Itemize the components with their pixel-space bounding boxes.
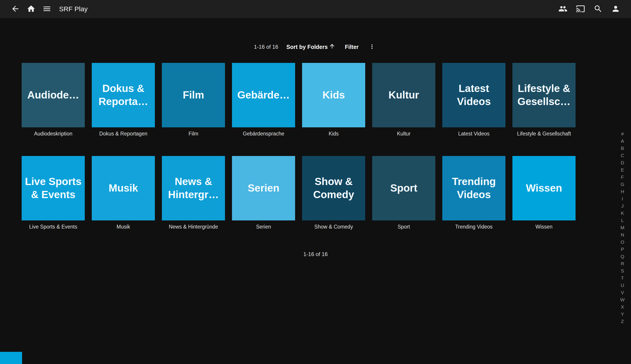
folder-card[interactable]: News & Hintergr… News & Hintergründe (162, 156, 225, 230)
folder-card[interactable]: Dokus & Reporta… Dokus & Reportagen (92, 63, 155, 137)
folder-tile: Serien (232, 156, 295, 220)
folder-tile: Show & Comedy (302, 156, 365, 220)
alphabet-letter[interactable]: Q (618, 253, 627, 260)
alphabet-letter[interactable]: J (618, 202, 627, 210)
folder-tile-label: Film (181, 88, 206, 102)
folder-caption: Audiodeskription (22, 130, 85, 137)
alphabet-letter[interactable]: O (618, 238, 627, 246)
folder-card[interactable]: Audiode… Audiodeskription (22, 63, 85, 137)
alphabet-letter[interactable]: T (618, 274, 627, 282)
folder-tile-label: Lifestyle & Gesellsc… (512, 82, 576, 108)
alphabet-letter[interactable]: R (618, 260, 627, 267)
user-icon (611, 4, 620, 14)
folder-caption: Sport (372, 224, 435, 230)
sort-button[interactable]: Sort by Folders (285, 43, 336, 51)
folder-caption: Serien (232, 224, 295, 230)
folder-card[interactable]: Show & Comedy Show & Comedy (302, 156, 365, 230)
folder-tile-label: Latest Videos (442, 82, 506, 108)
filter-button[interactable]: Filter (344, 44, 360, 50)
folder-tile-label: Musik (107, 182, 140, 195)
syncplay-button[interactable] (556, 2, 570, 16)
folder-tile: Trending Videos (442, 156, 506, 220)
alphabet-letter[interactable]: A (618, 138, 627, 145)
folder-card[interactable]: Gebärde… Gebärdensprache (232, 63, 295, 137)
back-icon (11, 4, 20, 14)
alphabet-letter[interactable]: S (618, 267, 627, 274)
folder-caption: Kids (302, 130, 365, 137)
alphabet-letter[interactable]: H (618, 188, 627, 195)
search-icon (594, 4, 602, 14)
folder-caption: Film (162, 130, 225, 137)
menu-icon (42, 4, 52, 14)
alphabet-letter[interactable]: D (618, 159, 627, 166)
alphabet-letter[interactable]: K (618, 210, 627, 217)
syncplay-groups-icon (558, 4, 568, 14)
folder-card[interactable]: Film Film (162, 63, 225, 137)
alphabet-letter[interactable]: Y (618, 310, 627, 318)
menu-button[interactable] (40, 2, 54, 16)
vertical-dots-icon (368, 43, 375, 51)
alphabet-letter[interactable]: M (618, 224, 627, 231)
folder-card[interactable]: Trending Videos Trending Videos (442, 156, 506, 230)
alphabet-letter[interactable]: U (618, 282, 627, 289)
folder-caption: Gebärdensprache (232, 130, 295, 137)
folder-tile-label: Wissen (524, 182, 564, 195)
alphabet-letter[interactable]: # (618, 130, 627, 138)
alphabet-letter[interactable]: X (618, 303, 627, 310)
folder-tile-label: News & Hintergr… (162, 175, 225, 201)
alphabet-letter[interactable]: V (618, 289, 627, 296)
list-toolbar: 1-16 of 16 Sort by Folders Filter (0, 42, 631, 52)
alphabet-letter[interactable]: I (618, 195, 627, 202)
folder-tile: News & Hintergr… (162, 156, 225, 220)
alphabet-letter[interactable]: P (618, 246, 627, 253)
folder-tile-label: Gebärde… (236, 88, 292, 102)
folder-caption: Wissen (512, 224, 576, 230)
alphabet-letter[interactable]: N (618, 231, 627, 238)
more-options-button[interactable] (367, 42, 377, 52)
folder-tile: Sport (372, 156, 435, 220)
alphabet-letter[interactable]: F (618, 174, 627, 181)
alphabet-letter[interactable]: E (618, 166, 627, 174)
cast-icon (576, 4, 585, 14)
folder-tile-label: Live Sports & Events (22, 175, 85, 201)
folder-tile: Kids (302, 63, 365, 127)
home-icon (26, 4, 36, 14)
bottom-left-accent (0, 352, 22, 364)
alphabet-letter[interactable]: G (618, 181, 627, 188)
folder-card[interactable]: Latest Videos Latest Videos (442, 63, 506, 137)
folder-tile: Latest Videos (442, 63, 506, 127)
user-button[interactable] (609, 2, 622, 16)
folder-caption: Live Sports & Events (22, 224, 85, 230)
folder-tile-label: Kultur (387, 88, 421, 102)
folder-caption: Musik (92, 224, 155, 230)
back-button[interactable] (8, 2, 22, 16)
folder-tile: Gebärde… (232, 63, 295, 127)
folder-card[interactable]: Lifestyle & Gesellsc… Lifestyle & Gesell… (512, 63, 576, 137)
folder-caption: News & Hintergründe (162, 224, 225, 230)
folder-tile-label: Serien (246, 182, 281, 195)
alphabet-letter[interactable]: B (618, 145, 627, 152)
folder-tile: Film (162, 63, 225, 127)
folder-card[interactable]: Live Sports & Events Live Sports & Event… (22, 156, 85, 230)
folder-card[interactable]: Kids Kids (302, 63, 365, 137)
folder-card[interactable]: Sport Sport (372, 156, 435, 230)
alphabet-letter[interactable]: C (618, 152, 627, 159)
alphabet-letter[interactable]: W (618, 296, 627, 303)
sort-ascending-arrow-icon (329, 43, 336, 51)
folder-tile-label: Kids (320, 88, 347, 102)
topbar-right-actions (556, 2, 622, 16)
folder-card[interactable]: Serien Serien (232, 156, 295, 230)
alphabet-letter[interactable]: Z (618, 318, 627, 325)
folder-tile-label: Show & Comedy (302, 175, 365, 201)
folder-tile-label: Dokus & Reporta… (92, 82, 155, 108)
page-title: SRF Play (59, 5, 88, 13)
filter-button-label: Filter (345, 44, 359, 50)
search-button[interactable] (591, 2, 605, 16)
cast-button[interactable] (574, 2, 587, 16)
folder-card[interactable]: Kultur Kultur (372, 63, 435, 137)
folder-card[interactable]: Wissen Wissen (512, 156, 576, 230)
folder-caption: Latest Videos (442, 130, 506, 137)
folder-card[interactable]: Musik Musik (92, 156, 155, 230)
home-button[interactable] (24, 2, 38, 16)
alphabet-letter[interactable]: L (618, 217, 627, 224)
